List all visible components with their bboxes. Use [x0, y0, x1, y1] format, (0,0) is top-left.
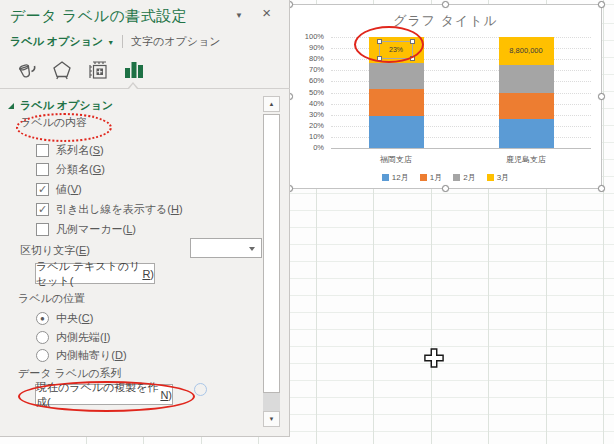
tab-text-options[interactable]: 文字のオプション [131, 34, 221, 49]
checkbox-value[interactable]: ✓ 値(V) [36, 181, 82, 197]
checkbox-show-leader-lines[interactable]: ✓ 引き出し線を表示する(H) [36, 201, 183, 217]
scrollbar-track[interactable] [263, 393, 280, 411]
y-axis-tick-label: 0% [292, 143, 324, 152]
radio-icon[interactable]: ● [36, 312, 49, 325]
selection-handle[interactable] [410, 56, 415, 61]
separator-label: 区切り文字(E) [20, 243, 90, 258]
tab-separator [122, 35, 123, 48]
pane-title: データ ラベルの書式設定 [10, 7, 187, 26]
y-axis-tick-label: 100% [292, 32, 324, 41]
checkbox-label: 分類名(G) [56, 162, 105, 177]
collapse-triangle-icon [8, 103, 14, 109]
fill-line-icon[interactable] [8, 56, 44, 83]
excel-window: グラフ タイトル 100%90%80%70%60%50%40%30%20%10%… [0, 0, 614, 444]
bar-segment-12月[interactable] [499, 119, 554, 148]
pane-menu-dropdown-icon[interactable]: ▼ [235, 11, 243, 20]
size-properties-icon[interactable] [80, 56, 116, 83]
label-position-group-label: ラベルの位置 [18, 291, 85, 306]
y-axis-tick-label: 40% [292, 99, 324, 108]
legend-swatch-icon [420, 174, 427, 181]
radio-icon[interactable] [36, 331, 49, 344]
scrollbar-thumb[interactable] [263, 114, 280, 393]
separator-dropdown[interactable] [190, 238, 262, 258]
radio-label: 中央(C) [56, 311, 93, 326]
radio-label: 内側軸寄り(D) [56, 348, 127, 363]
data-label-text: 23% [389, 46, 403, 53]
checkbox-icon[interactable]: ✓ [36, 183, 49, 196]
pane-close-icon[interactable]: × [262, 5, 271, 21]
label-contents-group-label: ラベルの内容 [20, 115, 87, 130]
radio-icon[interactable] [36, 349, 49, 362]
chart-gridline [331, 148, 591, 149]
y-axis-tick-label: 20% [292, 121, 324, 130]
checkbox-category-name[interactable]: 分類名(G) [36, 161, 105, 177]
y-axis-tick-label: 50% [292, 88, 324, 97]
radio-inside-base[interactable]: 内側軸寄り(D) [36, 348, 127, 362]
checkbox-icon[interactable] [36, 223, 49, 236]
radio-label: 内側先端(I) [56, 330, 110, 345]
section-label-options[interactable]: ラベル オプション [8, 98, 113, 113]
selection-handle[interactable] [377, 39, 382, 44]
chevron-down-icon [249, 247, 255, 251]
checkbox-icon[interactable]: ✓ [36, 203, 49, 216]
legend-label: 1月 [430, 172, 442, 183]
chevron-down-icon: ▼ [107, 39, 114, 46]
legend-item[interactable]: 12月 [382, 172, 409, 183]
data-label-selected[interactable]: 23% [379, 41, 413, 59]
format-data-labels-pane: データ ラベルの書式設定 ▼ × ラベル オプション▼ 文字のオプション [0, 0, 290, 437]
selection-handle[interactable] [377, 56, 382, 61]
cell-cursor-icon [424, 348, 444, 368]
checkbox-label: 値(V) [56, 182, 82, 197]
bar-segment-2月[interactable] [369, 63, 424, 90]
x-axis-category-label[interactable]: 鹿児島支店 [466, 154, 586, 165]
pane-scrollbar[interactable]: ▲ ▼ [262, 96, 281, 427]
checkbox-series-name[interactable]: 系列名(S) [36, 142, 104, 158]
effects-icon[interactable] [44, 56, 80, 83]
radio-center[interactable]: ● 中央(C) [36, 311, 93, 325]
scroll-up-icon[interactable]: ▲ [263, 96, 280, 112]
legend-swatch-icon [453, 174, 460, 181]
legend-label: 12月 [392, 172, 409, 183]
checkbox-label: 系列名(S) [56, 143, 104, 158]
legend-swatch-icon [487, 174, 494, 181]
chart-object[interactable]: グラフ タイトル 100%90%80%70%60%50%40%30%20%10%… [289, 4, 602, 189]
legend-label: 3月 [497, 172, 509, 183]
y-axis-tick-label: 60% [292, 76, 324, 85]
y-axis-tick-label: 90% [292, 43, 324, 52]
clone-current-label-button[interactable]: 現在のラベルの複製を作成(N) [35, 384, 173, 405]
radio-inside-end[interactable]: 内側先端(I) [36, 330, 110, 344]
legend-item[interactable]: 1月 [420, 172, 442, 183]
legend-item[interactable]: 3月 [487, 172, 509, 183]
label-options-icon[interactable] [116, 56, 152, 83]
checkbox-label: 凡例マーカー(L) [56, 222, 136, 237]
data-label[interactable]: 8,800,000 [486, 46, 566, 55]
pane-toolbar [8, 56, 152, 83]
pane-tabs: ラベル オプション▼ 文字のオプション [10, 33, 221, 49]
y-axis-tick-label: 30% [292, 110, 324, 119]
legend-label: 2月 [463, 172, 475, 183]
y-axis-tick-label: 70% [292, 65, 324, 74]
bar-segment-12月[interactable] [369, 116, 424, 148]
checkbox-icon[interactable] [36, 163, 49, 176]
bar-segment-2月[interactable] [499, 65, 554, 93]
chart-legend[interactable]: 12月1月2月3月 [290, 172, 601, 183]
chart-plot-layer: 100%90%80%70%60%50%40%30%20%10%0%福岡支店鹿児島… [290, 5, 601, 188]
legend-swatch-icon [382, 174, 389, 181]
scroll-down-icon[interactable]: ▼ [263, 411, 280, 427]
y-axis-tick-label: 10% [292, 132, 324, 141]
tab-label-options[interactable]: ラベル オプション▼ [10, 34, 114, 49]
checkbox-legend-key[interactable]: 凡例マーカー(L) [36, 221, 136, 237]
toolbar-divider [0, 88, 290, 89]
y-axis-tick-label: 80% [292, 54, 324, 63]
bar-segment-1月[interactable] [499, 93, 554, 120]
checkbox-label: 引き出し線を表示する(H) [56, 202, 183, 217]
legend-item[interactable]: 2月 [453, 172, 475, 183]
checkbox-icon[interactable] [36, 144, 49, 157]
selection-handle[interactable] [410, 39, 415, 44]
bar-segment-1月[interactable] [369, 89, 424, 116]
reset-label-text-button[interactable]: ラベル テキストのリセット(R) [35, 263, 155, 284]
x-axis-category-label[interactable]: 福岡支店 [336, 154, 456, 165]
